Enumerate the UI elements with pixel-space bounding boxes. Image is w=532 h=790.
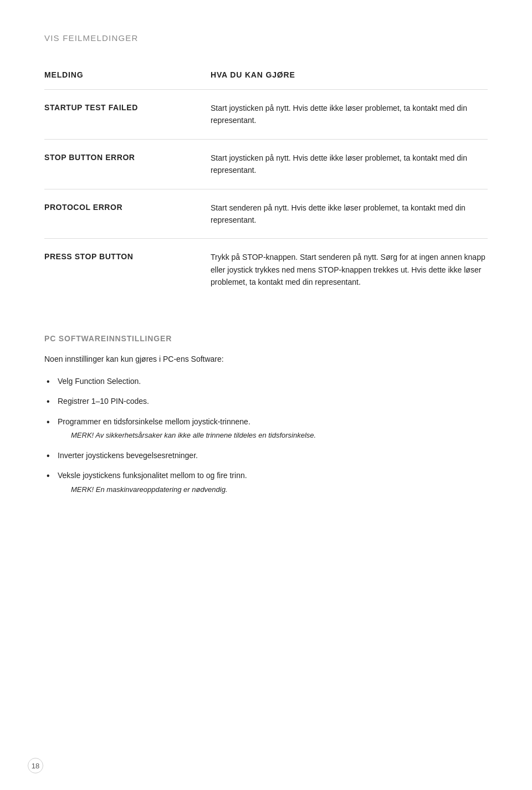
bullet-note-3: MERK! Av sikkerhetsårsaker kan ikke alle… [58,430,488,442]
error-description-pressstop: Trykk på STOP-knappen. Start senderen på… [211,251,488,288]
bullet-text-4: Inverter joystickens bevegelsesretninger… [58,451,198,460]
list-item: Programmer en tidsforsinkelse mellom joy… [44,415,488,442]
error-code-protocol: PROTOCOL ERROR [44,202,211,213]
bullet-note-5: MERK! En maskinvareoppdatering er nødven… [58,484,488,496]
error-table: STARTUP TEST FAILED Start joysticken på … [44,89,488,301]
list-item: Registrer 1–10 PIN-codes. [44,395,488,407]
table-row: STOP BUTTON ERROR Start joysticken på ny… [44,139,488,189]
error-code-stopbutton: STOP BUTTON ERROR [44,152,211,163]
error-description-startup: Start joysticken på nytt. Hvis dette ikk… [211,102,488,127]
software-section-title: PC SOFTWAREINNSTILLINGER [44,334,488,343]
page-number: 18 [28,758,43,773]
table-row: PROTOCOL ERROR Start senderen på nytt. H… [44,189,488,239]
error-code-pressstop: PRESS STOP BUTTON [44,251,211,263]
error-description-stopbutton: Start joysticken på nytt. Hvis dette ikk… [211,152,488,177]
table-headers: MELDING HVA DU KAN GJØRE [44,70,488,85]
error-code-startup: STARTUP TEST FAILED [44,102,211,114]
bullet-text-5: Veksle joystickens funksjonalitet mellom… [58,471,247,480]
list-item: Veksle joystickens funksjonalitet mellom… [44,469,488,495]
column-header-melding: MELDING [44,70,211,85]
bullet-text-3: Programmer en tidsforsinkelse mellom joy… [58,417,250,426]
bullet-text-2: Registrer 1–10 PIN-codes. [58,397,149,406]
list-item: Inverter joystickens bevegelsesretninger… [44,449,488,461]
software-bullet-list: Velg Function Selection. Registrer 1–10 … [44,375,488,496]
column-header-action: HVA DU KAN GJØRE [211,70,488,85]
software-intro: Noen innstillinger kan kun gjøres i PC-e… [44,353,488,365]
table-row: STARTUP TEST FAILED Start joysticken på … [44,89,488,139]
list-item: Velg Function Selection. [44,375,488,387]
software-section: PC SOFTWAREINNSTILLINGER Noen innstillin… [44,334,488,496]
bullet-text-1: Velg Function Selection. [58,377,141,386]
error-description-protocol: Start senderen på nytt. Hvis dette ikke … [211,202,488,227]
table-row: PRESS STOP BUTTON Trykk på STOP-knappen.… [44,238,488,300]
page-title: VIS FEILMELDINGER [44,33,488,43]
